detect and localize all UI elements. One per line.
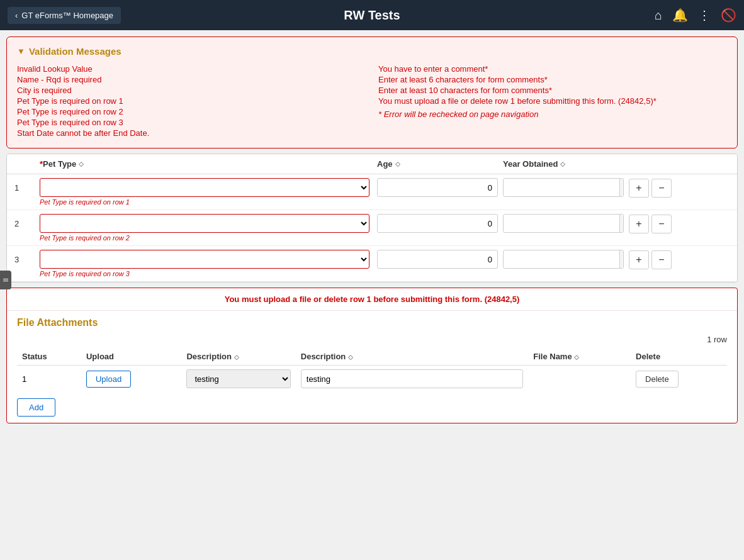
pet-type-sort-icon[interactable]: ◇ [79, 160, 84, 167]
year-input-wrap-2: 🔍 [503, 214, 624, 233]
file-delete-cell: Delete [631, 366, 727, 393]
age-sort-icon[interactable]: ◇ [395, 160, 400, 167]
remove-row-1-button[interactable]: − [651, 179, 672, 198]
year-cell-1: 🔍 [503, 178, 629, 197]
validation-error-3: City is required [17, 86, 366, 95]
year-input-1[interactable] [504, 179, 619, 196]
pet-type-select-2[interactable] [40, 214, 369, 233]
add-row-1-button[interactable]: + [629, 179, 649, 198]
validation-error-r3: Enter at least 10 characters for form co… [378, 86, 727, 95]
year-search-button-1[interactable]: 🔍 [619, 179, 624, 196]
remove-row-2-button[interactable]: − [651, 215, 672, 233]
file-table: Status Upload Description ◇ Description … [17, 348, 727, 392]
status-col-header: Status [17, 348, 81, 366]
more-vertical-icon: ⋮ [698, 8, 711, 23]
year-obtained-header: Year Obtained ◇ [503, 159, 629, 169]
file-attachments-title: File Attachments [17, 317, 727, 328]
upload-button[interactable]: Upload [86, 371, 131, 388]
pet-type-error-2: Pet Type is required on row 2 [40, 234, 369, 242]
validation-error-6: Pet Type is required on row 3 [17, 118, 366, 127]
filename-sort-icon[interactable]: ◇ [574, 354, 579, 361]
validation-right-list: You have to enter a comment* Enter at le… [378, 64, 727, 106]
year-input-2[interactable] [504, 215, 619, 232]
back-button[interactable]: ‹ GT eForms™ Homepage [8, 7, 121, 24]
delete-col-header: Delete [631, 348, 727, 366]
file-table-head: Status Upload Description ◇ Description … [17, 348, 727, 366]
side-tab[interactable]: II [0, 271, 11, 289]
description-input[interactable] [301, 369, 523, 388]
age-cell-3 [377, 250, 503, 269]
file-table-body: 1 Upload testing [17, 366, 727, 393]
row-number-1: 1 [14, 178, 40, 193]
home-icon: ⌂ [655, 8, 662, 23]
validation-arrow-icon: ▼ [17, 47, 25, 56]
nav-icons: ⌂ 🔔 ⋮ 🚫 [655, 8, 736, 23]
validation-title: Validation Messages [29, 46, 121, 57]
year-input-wrap-1: 🔍 [503, 178, 624, 197]
desc2-col-header: Description ◇ [296, 348, 528, 366]
filename-col-header: File Name ◇ [528, 348, 631, 366]
file-row-count: 1 row [17, 335, 727, 344]
side-tab-label: II [2, 278, 9, 282]
description-select[interactable]: testing [186, 369, 290, 388]
home-button[interactable]: ⌂ [655, 8, 662, 23]
age-header: Age ◇ [377, 159, 503, 169]
top-nav: ‹ GT eForms™ Homepage RW Tests ⌂ 🔔 ⋮ 🚫 [0, 0, 744, 30]
desc1-sort-icon[interactable]: ◇ [234, 354, 239, 361]
row-actions-2: + − [629, 214, 679, 233]
no-entry-icon: 🚫 [721, 8, 736, 23]
pet-type-cell-1: Pet Type is required on row 1 [40, 178, 377, 206]
main-content: ▼ Validation Messages Invalid Lookup Val… [0, 36, 744, 423]
upload-col-header: Upload [81, 348, 182, 366]
table-row: 3 Pet Type is required on row 3 🔍 [7, 246, 737, 282]
file-desc-input-cell [296, 366, 528, 393]
table-row: 1 Pet Type is required on row 1 🔍 [7, 174, 737, 210]
age-cell-1 [377, 178, 503, 197]
add-attachment-button[interactable]: Add [17, 398, 55, 417]
age-input-3[interactable] [377, 250, 498, 269]
table-row: 2 Pet Type is required on row 2 🔍 [7, 210, 737, 246]
desc2-sort-icon[interactable]: ◇ [348, 354, 353, 361]
pet-type-select-1[interactable] [40, 178, 369, 197]
year-search-button-3[interactable]: 🔍 [619, 250, 624, 268]
row-actions-1: + − [629, 178, 679, 198]
row-number-3: 3 [14, 250, 40, 264]
year-cell-3: 🔍 [503, 250, 629, 269]
validation-error-1: Invalid Lookup Value [17, 64, 366, 74]
year-search-button-2[interactable]: 🔍 [619, 215, 624, 232]
validation-error-7: Start Date cannot be after End Date. [17, 128, 366, 138]
delete-row-button[interactable]: Delete [636, 371, 679, 388]
age-input-2[interactable] [377, 214, 498, 233]
add-row-3-button[interactable]: + [629, 250, 649, 269]
pet-type-error-1: Pet Type is required on row 1 [40, 198, 369, 206]
pet-type-cell-3: Pet Type is required on row 3 [40, 250, 377, 277]
more-options-button[interactable]: ⋮ [698, 8, 711, 23]
pet-table-section: *Pet Type ◇ Age ◇ Year Obtained ◇ 1 Pet … [6, 154, 738, 283]
pet-type-header: *Pet Type ◇ [40, 159, 377, 169]
validation-error-2: Name - Rqd is required [17, 75, 366, 84]
back-arrow-icon: ‹ [15, 11, 18, 20]
list-item: 1 Upload testing [17, 366, 727, 393]
row-number-2: 2 [14, 214, 40, 228]
desc1-col-header: Description ◇ [181, 348, 295, 366]
validation-left-list: Invalid Lookup Value Name - Rqd is requi… [17, 64, 366, 138]
pet-type-select-3[interactable] [40, 250, 369, 269]
age-label: Age [377, 159, 393, 169]
row-actions-3: + − [629, 250, 679, 269]
notifications-button[interactable]: 🔔 [672, 8, 688, 23]
year-input-wrap-3: 🔍 [503, 250, 624, 269]
page-title: RW Tests [344, 8, 400, 23]
age-input-1[interactable] [377, 178, 498, 197]
validation-error-r1: You have to enter a comment* [378, 64, 727, 74]
validation-right-col: You have to enter a comment* Enter at le… [378, 64, 727, 139]
year-sort-icon[interactable]: ◇ [560, 160, 565, 167]
year-input-3[interactable] [504, 250, 619, 268]
validation-header: ▼ Validation Messages [17, 46, 727, 57]
no-entry-button[interactable]: 🚫 [721, 8, 736, 23]
validation-note: * Error will be rechecked on page naviga… [378, 109, 727, 119]
back-button-label: GT eForms™ Homepage [21, 11, 113, 20]
remove-row-3-button[interactable]: − [651, 250, 672, 269]
add-row-2-button[interactable]: + [629, 215, 649, 233]
validation-left-col: Invalid Lookup Value Name - Rqd is requi… [17, 64, 366, 139]
validation-error-5: Pet Type is required on row 2 [17, 107, 366, 116]
